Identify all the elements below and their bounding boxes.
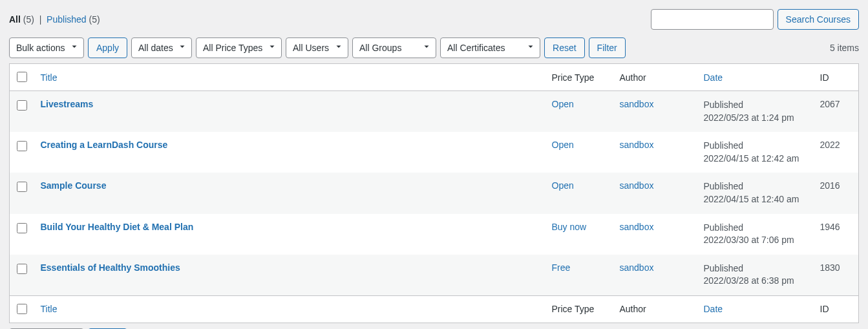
row-author[interactable]: sandbox <box>620 140 654 150</box>
row-id: 2016 <box>814 173 859 213</box>
row-id: 2022 <box>814 132 859 173</box>
search-courses-button[interactable]: Search Courses <box>778 9 859 30</box>
row-title-link[interactable]: Sample Course <box>41 180 107 191</box>
reset-button[interactable]: Reset <box>544 37 585 58</box>
items-count-top: 5 items <box>830 43 859 53</box>
table-row: LivestreamsOpensandboxPublished2022/05/2… <box>10 91 859 133</box>
status-filter-links: All (5) | Published (5) <box>9 14 100 25</box>
col-author: Author <box>613 64 697 91</box>
certificates-select[interactable]: All Certificates <box>440 37 540 58</box>
row-status: Published <box>704 99 807 112</box>
row-checkbox[interactable] <box>17 100 27 111</box>
row-price-type[interactable]: Open <box>552 180 574 191</box>
apply-button-top[interactable]: Apply <box>88 37 127 58</box>
row-status: Published <box>704 222 807 235</box>
col-id-footer: ID <box>814 295 859 323</box>
search-input[interactable] <box>651 9 774 30</box>
row-title-link[interactable]: Livestreams <box>41 99 94 109</box>
row-id: 1946 <box>814 214 859 255</box>
row-author[interactable]: sandbox <box>620 180 654 191</box>
table-row: Creating a LearnDash CourseOpensandboxPu… <box>10 132 859 173</box>
table-row: Sample CourseOpensandboxPublished2022/04… <box>10 173 859 213</box>
row-date: 2022/03/30 at 7:06 pm <box>704 234 807 247</box>
select-all-bottom[interactable] <box>17 304 27 314</box>
filter-published-count: (5) <box>89 14 100 25</box>
courses-table: Title Price Type Author Date ID Livestre… <box>9 63 859 323</box>
table-row: Build Your Healthy Diet & Meal PlanBuy n… <box>10 214 859 255</box>
row-date: 2022/04/15 at 12:42 am <box>704 153 807 165</box>
select-all-top[interactable] <box>17 72 27 82</box>
row-title-link[interactable]: Build Your Healthy Diet & Meal Plan <box>41 222 194 232</box>
dates-select[interactable]: All dates <box>131 37 192 58</box>
row-price-type[interactable]: Buy now <box>552 222 587 232</box>
col-price-type-footer: Price Type <box>545 295 613 323</box>
row-title-link[interactable]: Essentials of Healthy Smoothies <box>41 262 180 273</box>
row-author[interactable]: sandbox <box>620 222 654 232</box>
row-date: 2022/05/23 at 1:24 pm <box>704 112 807 125</box>
row-author[interactable]: sandbox <box>620 99 654 109</box>
row-checkbox[interactable] <box>17 182 27 192</box>
price-types-select[interactable]: All Price Types <box>196 37 282 58</box>
row-price-type[interactable]: Free <box>552 262 571 273</box>
table-row: Essentials of Healthy SmoothiesFreesandb… <box>10 255 859 296</box>
row-author[interactable]: sandbox <box>620 262 654 273</box>
filter-published[interactable]: Published (5) <box>47 14 100 25</box>
row-checkbox[interactable] <box>17 264 27 274</box>
filter-button[interactable]: Filter <box>589 37 626 58</box>
row-id: 2067 <box>814 91 859 133</box>
col-date[interactable]: Date <box>704 72 723 83</box>
col-author-footer: Author <box>613 295 697 323</box>
users-select[interactable]: All Users <box>286 37 348 58</box>
row-checkbox[interactable] <box>17 141 27 151</box>
filter-all[interactable]: All (5) <box>9 14 37 25</box>
row-status: Published <box>704 180 807 193</box>
row-date: 2022/04/15 at 12:40 am <box>704 193 807 206</box>
row-status: Published <box>704 140 807 153</box>
col-id: ID <box>814 64 859 91</box>
row-date: 2022/03/28 at 6:38 pm <box>704 275 807 288</box>
col-title-footer[interactable]: Title <box>41 304 58 314</box>
col-date-footer[interactable]: Date <box>704 304 723 314</box>
row-status: Published <box>704 262 807 275</box>
bulk-actions-select-top[interactable]: Bulk actions <box>9 37 84 58</box>
col-price-type: Price Type <box>545 64 613 91</box>
row-price-type[interactable]: Open <box>552 140 574 150</box>
filter-all-count: (5) <box>23 14 34 25</box>
row-title-link[interactable]: Creating a LearnDash Course <box>41 140 168 150</box>
col-title[interactable]: Title <box>41 72 58 83</box>
row-checkbox[interactable] <box>17 223 27 233</box>
row-id: 1830 <box>814 255 859 296</box>
row-price-type[interactable]: Open <box>552 99 574 109</box>
groups-select[interactable]: All Groups <box>352 37 436 58</box>
